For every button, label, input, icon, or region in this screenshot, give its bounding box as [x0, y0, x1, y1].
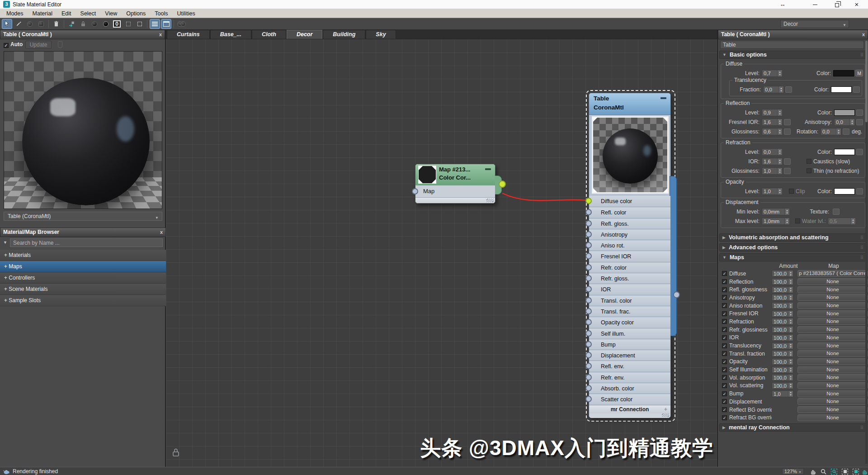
restore-button[interactable]: [829, 0, 844, 9]
refl-color-socket[interactable]: [585, 209, 592, 215]
opacity-level-spinner[interactable]: 1,0▴▾: [762, 188, 783, 195]
menu-tools[interactable]: Tools: [150, 10, 172, 17]
slot-aniso-rot[interactable]: Aniso rot.: [589, 240, 670, 251]
fresnel-ior-map-checkbox[interactable]: ✓: [722, 311, 727, 316]
translucency-fraction-spinner[interactable]: 0,0▴▾: [763, 86, 784, 93]
diffuse-map-checkbox[interactable]: ✓: [722, 271, 727, 276]
browser-item-scene-materials[interactable]: + Scene Materials: [0, 284, 166, 295]
pan-to-selected-icon[interactable]: [860, 468, 868, 475]
scatter-color-socket[interactable]: [585, 396, 592, 402]
anisotropy-socket[interactable]: [585, 231, 592, 238]
refl-gloss-socket[interactable]: [585, 220, 592, 227]
layout-option-button-1[interactable]: [123, 19, 133, 29]
refl-glossiness-map-button[interactable]: None: [797, 286, 868, 293]
reflection-glossiness-map-button[interactable]: [784, 128, 791, 135]
layout-option-button-2[interactable]: [134, 19, 145, 29]
diffuse-map-m-button[interactable]: M: [855, 70, 863, 76]
update-button[interactable]: Update: [25, 41, 52, 49]
slot-fresnel-ior[interactable]: Fresnel IOR: [589, 251, 670, 261]
self-illumination-amount-spinner[interactable]: 100,0▴▾: [772, 366, 793, 373]
resize-grip[interactable]: [486, 199, 494, 202]
ior-socket[interactable]: [585, 286, 592, 292]
self-illumination-map-checkbox[interactable]: ✓: [722, 367, 727, 372]
refraction-color-swatch[interactable]: [834, 149, 855, 155]
reflection-map-checkbox[interactable]: ✓: [722, 279, 727, 284]
rotation-map-button[interactable]: [843, 128, 849, 135]
diffuse-level-spinner[interactable]: 0,7▴▾: [762, 70, 783, 77]
opacity-amount-spinner[interactable]: 100,0▴▾: [772, 358, 793, 365]
fresnel-ior-map-button[interactable]: None: [797, 310, 868, 317]
tab-building[interactable]: Building: [323, 30, 365, 39]
zoom-extents-icon[interactable]: [841, 468, 849, 475]
browser-item-materials[interactable]: + Materials: [0, 250, 166, 261]
menu-view[interactable]: View: [100, 10, 122, 17]
slot-refr-env[interactable]: Refr. env.: [589, 372, 670, 383]
bump-map-button[interactable]: None: [797, 390, 868, 397]
parameter-panel-close-icon[interactable]: x: [862, 30, 865, 39]
translucency-color-map-button[interactable]: [853, 86, 860, 93]
assign-material-button[interactable]: [36, 19, 46, 29]
show-material-browser-toggle[interactable]: [150, 19, 160, 29]
transl-fraction-map-button[interactable]: None: [797, 350, 868, 357]
collapse-icon[interactable]: [660, 97, 666, 99]
menu-select[interactable]: Select: [76, 10, 101, 17]
tab-sky[interactable]: Sky: [366, 30, 396, 39]
preview-material-dropdown[interactable]: Table (CoronaMtl) ▼: [4, 212, 162, 221]
dock-icon[interactable]: ↔: [775, 0, 790, 9]
connection-wire-diffuse[interactable]: [502, 193, 587, 200]
tab-base[interactable]: Base_...: [210, 30, 251, 39]
slot-refr-gloss[interactable]: Refr. gloss.: [589, 273, 670, 284]
material-output-socket[interactable]: [673, 291, 680, 298]
rollout-mental-ray[interactable]: ▶ mental ray Connection ⠿: [719, 423, 867, 432]
slot-transl-color[interactable]: Transl. color: [589, 295, 670, 306]
refraction-map-checkbox[interactable]: ✓: [722, 319, 727, 324]
material-preview[interactable]: [4, 51, 162, 209]
select-tool-button[interactable]: [2, 19, 12, 29]
refraction-glossiness-map-button[interactable]: [784, 168, 791, 174]
vol-absorption-map-checkbox[interactable]: ✓: [722, 375, 727, 380]
reflect-bg-override-map-checkbox[interactable]: ✓: [722, 407, 727, 412]
zoom-region-icon[interactable]: [830, 468, 838, 475]
material-lock-button[interactable]: [78, 19, 88, 29]
texture-map-button[interactable]: [833, 209, 840, 215]
search-input[interactable]: [10, 238, 163, 247]
reflect-bg-override-map-button[interactable]: None: [797, 406, 868, 413]
slot-refl-color[interactable]: Refl. color: [589, 207, 670, 218]
browser-item-maps[interactable]: + Maps: [0, 261, 166, 272]
delete-selected-button[interactable]: [51, 19, 61, 29]
min-level-spinner[interactable]: 0,0mm▴▾: [762, 208, 790, 215]
slot-refr-color[interactable]: Refr. color: [589, 262, 670, 273]
rollout-advanced-options[interactable]: ▶ Advanced options ⠿: [719, 243, 867, 252]
displacement-socket[interactable]: [585, 352, 592, 358]
preview-panel-close-icon[interactable]: x: [159, 30, 162, 39]
slot-scatter-color[interactable]: Scatter color: [589, 394, 670, 404]
show-background-toggle[interactable]: [89, 19, 99, 29]
ior-map-checkbox[interactable]: ✓: [722, 335, 727, 340]
material-node[interactable]: Table CoronaMtl Diffuse colorRefl. color…: [589, 93, 671, 418]
fresnel-ior-socket[interactable]: [585, 253, 592, 259]
rollout-maps[interactable]: ▼ Maps ⠿: [719, 253, 867, 261]
refraction-ior-map-button[interactable]: [784, 158, 791, 165]
map-node[interactable]: Map #213... Color Cor... Map: [415, 164, 495, 204]
anisotropy-map-button[interactable]: None: [797, 294, 868, 301]
expand-plus-icon[interactable]: +: [664, 405, 667, 413]
parameter-panel-scrollbar[interactable]: [865, 41, 868, 464]
slot-refl-env[interactable]: Refl. env.: [589, 361, 670, 371]
transl-color-socket[interactable]: [585, 297, 592, 304]
rotation-spinner[interactable]: 0,0▴▾: [821, 128, 841, 135]
view-selector-dropdown[interactable]: Decor ▼: [780, 20, 849, 28]
show-shaded-toggle[interactable]: [100, 19, 111, 29]
ior-amount-spinner[interactable]: 100,0▴▾: [772, 334, 793, 341]
sample-material-button[interactable]: [24, 19, 35, 29]
self-illum-socket[interactable]: [585, 330, 592, 337]
refr-glossiness-map-button[interactable]: None: [797, 326, 868, 333]
zoom-extents-selected-icon[interactable]: [852, 468, 860, 475]
menu-material[interactable]: Material: [28, 10, 57, 17]
anisotropy-spinner[interactable]: 0,0▴▾: [834, 119, 855, 126]
aniso-rotation-amount-spinner[interactable]: 100,0▴▾: [772, 302, 793, 309]
tab-cloth[interactable]: Cloth: [252, 30, 286, 39]
diffuse-color-socket[interactable]: [585, 198, 592, 204]
translucency-amount-spinner[interactable]: 100,0▴▾: [772, 342, 793, 349]
transl-fraction-amount-spinner[interactable]: 100,0▴▾: [772, 350, 793, 357]
vol-scattering-map-checkbox[interactable]: ✓: [722, 383, 727, 388]
